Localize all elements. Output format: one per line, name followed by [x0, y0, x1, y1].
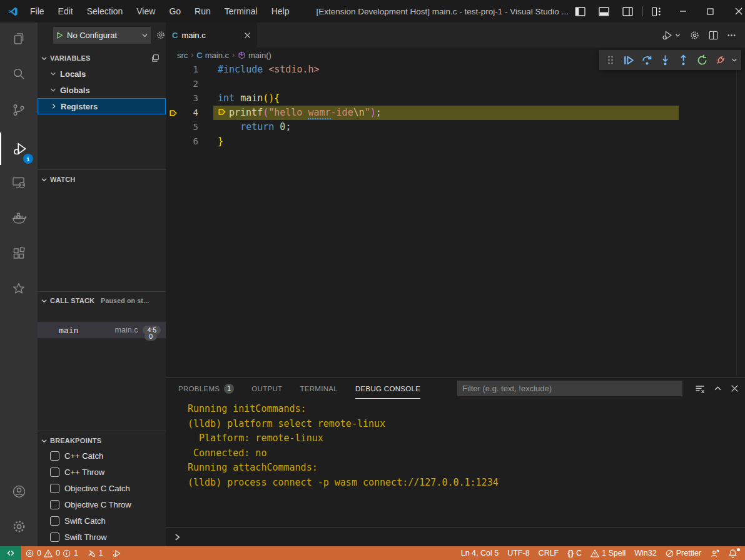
- encoding-indicator[interactable]: UTF-8: [503, 546, 534, 560]
- menu-help[interactable]: Help: [265, 0, 296, 22]
- watch-section-header[interactable]: WATCH: [38, 172, 166, 186]
- search-icon[interactable]: [0, 59, 38, 89]
- clear-console-icon[interactable]: [695, 384, 705, 394]
- variables-section-header[interactable]: VARIABLES: [38, 51, 166, 65]
- layout-sidebar-toggle-icon[interactable]: [569, 0, 592, 22]
- maximize-button[interactable]: [697, 0, 724, 22]
- breadcrumb-folder[interactable]: src: [177, 51, 188, 60]
- menu-go[interactable]: Go: [162, 0, 188, 22]
- breakpoint-checkbox[interactable]: [50, 451, 59, 461]
- console-filter-input[interactable]: [457, 381, 682, 396]
- feedback-icon[interactable]: [706, 546, 724, 560]
- code-editor[interactable]: 1#include <stdio.h>23int main(){4printf(…: [166, 62, 745, 162]
- breakpoint-checkbox[interactable]: [50, 500, 59, 509]
- close-window-button[interactable]: [724, 0, 745, 22]
- breakpoint-checkbox[interactable]: [50, 468, 59, 477]
- run-or-debug-button[interactable]: [661, 29, 681, 41]
- breakpoint-item[interactable]: C++ Throw: [38, 464, 166, 480]
- close-panel-icon[interactable]: [731, 384, 739, 392]
- language-mode[interactable]: {} C: [563, 546, 586, 560]
- debug-console-input-row[interactable]: [166, 527, 745, 546]
- minimize-button[interactable]: [669, 0, 697, 22]
- chevron-down-icon: [41, 298, 48, 304]
- menu-file[interactable]: File: [23, 0, 51, 22]
- code-text: int main(){: [218, 91, 280, 106]
- tab-main-c[interactable]: C main.c: [166, 22, 257, 48]
- problems-status[interactable]: 0 0 1: [21, 546, 83, 560]
- remote-explorer-icon[interactable]: [0, 168, 38, 198]
- source-control-icon[interactable]: [0, 95, 38, 125]
- layout-secondary-sidebar-toggle-icon[interactable]: [616, 0, 640, 22]
- breakpoint-item[interactable]: Objective C Throw: [38, 496, 166, 512]
- collapse-all-icon[interactable]: [151, 54, 160, 62]
- breakpoint-checkbox[interactable]: [50, 532, 59, 542]
- continue-icon[interactable]: [621, 52, 636, 68]
- vscode-logo-icon: [8, 6, 18, 17]
- spell-checker-status[interactable]: 1 Spell: [586, 546, 630, 560]
- error-icon: [26, 549, 34, 558]
- platform-indicator[interactable]: Win32: [630, 546, 661, 560]
- step-over-icon[interactable]: [640, 52, 654, 68]
- layout-panel-toggle-icon[interactable]: [592, 0, 616, 22]
- run-and-debug-icon[interactable]: 1: [0, 132, 39, 165]
- code-text: #include <stdio.h>: [218, 62, 320, 77]
- customize-layout-icon[interactable]: [646, 0, 669, 22]
- tab-label: main.c: [181, 31, 205, 40]
- remote-indicator[interactable]: [0, 546, 21, 560]
- cursor-position[interactable]: Ln 4, Col 5: [457, 546, 503, 560]
- maximize-panel-icon[interactable]: [714, 384, 722, 392]
- more-actions-icon[interactable]: [727, 31, 736, 40]
- breadcrumb-file[interactable]: main.c: [205, 51, 229, 60]
- launch-config-dropdown[interactable]: No Configurat: [53, 27, 151, 44]
- explorer-icon[interactable]: [0, 24, 38, 54]
- star-extension-icon[interactable]: [0, 274, 38, 304]
- restart-icon[interactable]: [694, 52, 709, 68]
- breakpoint-item[interactable]: Objective C Catch: [38, 480, 166, 496]
- toolbar-drag-handle[interactable]: [603, 52, 617, 68]
- notification-dot: [737, 548, 740, 551]
- debug-session-dropdown-icon[interactable]: [731, 57, 737, 63]
- code-text: return 0;: [218, 120, 291, 134]
- call-stack-section-header[interactable]: CALL STACK Paused on st...: [38, 294, 166, 308]
- console-line: Connected: no: [188, 446, 732, 461]
- formatter-status[interactable]: Prettier: [661, 546, 706, 560]
- tools-status[interactable]: 1: [83, 546, 108, 560]
- menu-edit[interactable]: Edit: [51, 0, 80, 22]
- debug-status[interactable]: [108, 546, 126, 560]
- breakpoint-item[interactable]: Swift Throw: [38, 529, 166, 545]
- extensions-icon[interactable]: [0, 239, 38, 269]
- disconnect-icon[interactable]: [713, 52, 727, 68]
- eol-indicator[interactable]: CRLF: [534, 546, 564, 560]
- step-out-icon[interactable]: [676, 52, 691, 68]
- status-bar: 0 0 1 1 Ln 4, Col 5 UTF-8 CRLF {} C 1 Sp…: [0, 546, 745, 560]
- chevron-down-icon: [41, 176, 48, 183]
- variables-item-registers[interactable]: Registers: [38, 98, 166, 114]
- breakpoint-item[interactable]: C++ Catch: [38, 448, 166, 464]
- debug-settings-gear-icon[interactable]: [156, 30, 166, 40]
- menu-view[interactable]: View: [129, 0, 162, 22]
- accounts-icon[interactable]: [0, 476, 38, 506]
- tab-output[interactable]: OUTPUT: [251, 378, 282, 399]
- docker-icon[interactable]: [0, 203, 38, 233]
- editor-scrollbar[interactable]: [736, 62, 737, 376]
- breakpoint-checkbox[interactable]: [50, 516, 59, 526]
- step-into-icon[interactable]: [658, 52, 672, 68]
- split-editor-icon[interactable]: [709, 31, 718, 40]
- editor-settings-gear-icon[interactable]: [689, 30, 700, 41]
- variables-item-globals[interactable]: Globals: [38, 82, 166, 98]
- breakpoints-section-header[interactable]: BREAKPOINTS: [38, 434, 166, 448]
- settings-gear-icon[interactable]: [0, 511, 38, 541]
- menu-bar: FileEditSelectionViewGoRunTerminalHelp: [23, 0, 296, 22]
- menu-run[interactable]: Run: [188, 0, 218, 22]
- tab-debug-console[interactable]: DEBUG CONSOLE: [355, 378, 420, 399]
- notifications-bell-icon[interactable]: [724, 546, 745, 560]
- variables-item-locals[interactable]: Locals: [38, 66, 166, 82]
- breadcrumb-symbol[interactable]: main(): [248, 51, 271, 60]
- tab-close-icon[interactable]: [244, 32, 251, 39]
- menu-terminal[interactable]: Terminal: [218, 0, 265, 22]
- breakpoint-item[interactable]: Swift Catch: [38, 512, 166, 529]
- tab-problems[interactable]: PROBLEMS 1: [178, 378, 234, 399]
- menu-selection[interactable]: Selection: [80, 0, 130, 22]
- breakpoint-checkbox[interactable]: [50, 484, 59, 493]
- tab-terminal[interactable]: TERMINAL: [300, 378, 338, 399]
